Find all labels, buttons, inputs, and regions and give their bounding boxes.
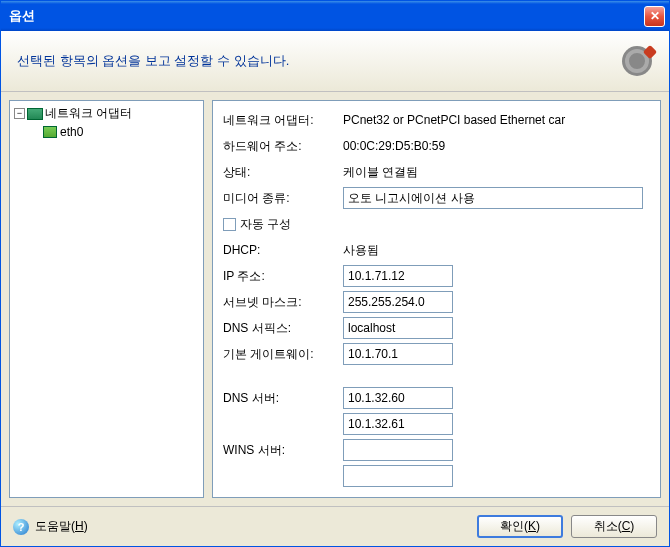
cancel-button[interactable]: 취소(C) [571, 515, 657, 538]
media-select[interactable]: 오토 니고시에이션 사용 [343, 187, 643, 209]
tree-child-item[interactable]: eth0 [42, 124, 199, 140]
autoconf-checkbox[interactable] [223, 218, 236, 231]
dnsserver-row: DNS 서버: [223, 385, 650, 411]
dnssuffix-label: DNS 서픽스: [223, 320, 343, 337]
status-value: 케이블 연결됨 [343, 164, 650, 181]
autoconf-label: 자동 구성 [240, 216, 291, 233]
gear-icon [621, 45, 653, 77]
dhcp-row: DHCP: 사용됨 [223, 237, 650, 263]
dnsserver-label: DNS 서버: [223, 390, 343, 407]
header-description: 선택된 항목의 옵션을 보고 설정할 수 있습니다. [17, 52, 621, 70]
dnsserver-input-2[interactable] [343, 413, 453, 435]
adapter-label: 네트워크 어댑터: [223, 112, 343, 129]
dhcp-value: 사용됨 [343, 242, 650, 259]
footer: ? 도움말(H) 확인(K) 취소(C) [1, 506, 669, 546]
subnet-label: 서브넷 마스크: [223, 294, 343, 311]
status-label: 상태: [223, 164, 343, 181]
gateway-label: 기본 게이트웨이: [223, 346, 343, 363]
subnet-row: 서브넷 마스크: [223, 289, 650, 315]
detail-panel: 네트워크 어댑터: PCnet32 or PCnetPCI based Ethe… [212, 100, 661, 498]
nic-icon [42, 124, 58, 140]
help-label: 도움말 [35, 519, 71, 533]
adapter-value: PCnet32 or PCnetPCI based Ethernet car [343, 113, 650, 127]
content-area: − 네트워크 어댑터 eth0 네트워크 어댑터: PCnet32 or PCn… [1, 92, 669, 506]
options-window: 옵션 ✕ 선택된 항목의 옵션을 보고 설정할 수 있습니다. − 네트워크 어… [0, 0, 670, 547]
adapter-icon [27, 106, 43, 122]
media-row: 미디어 종류: 오토 니고시에이션 사용 [223, 185, 650, 211]
spacer [223, 367, 650, 385]
help-link[interactable]: ? 도움말(H) [13, 518, 88, 535]
tree-root-item[interactable]: − 네트워크 어댑터 [14, 105, 199, 122]
tree-collapse-icon[interactable]: − [14, 108, 25, 119]
ip-input[interactable] [343, 265, 453, 287]
wins-row-2 [223, 463, 650, 489]
hwaddr-value: 00:0C:29:D5:B0:59 [343, 139, 650, 153]
help-key: H [75, 519, 84, 533]
media-select-value: 오토 니고시에이션 사용 [348, 190, 475, 207]
dnsserver-row-2 [223, 411, 650, 437]
wins-input-1[interactable] [343, 439, 453, 461]
dnsserver-input-1[interactable] [343, 387, 453, 409]
dhcp-label: DHCP: [223, 243, 343, 257]
window-title: 옵션 [9, 7, 644, 25]
titlebar: 옵션 ✕ [1, 1, 669, 31]
help-icon: ? [13, 519, 29, 535]
tree-child-label: eth0 [60, 125, 83, 139]
dnssuffix-input[interactable] [343, 317, 453, 339]
dnssuffix-row: DNS 서픽스: [223, 315, 650, 341]
wins-input-2[interactable] [343, 465, 453, 487]
ok-button[interactable]: 확인(K) [477, 515, 563, 538]
subnet-input[interactable] [343, 291, 453, 313]
header: 선택된 항목의 옵션을 보고 설정할 수 있습니다. [1, 31, 669, 92]
hwaddr-label: 하드웨어 주소: [223, 138, 343, 155]
autoconf-row: 자동 구성 [223, 211, 650, 237]
close-button[interactable]: ✕ [644, 6, 665, 27]
tree-panel: − 네트워크 어댑터 eth0 [9, 100, 204, 498]
gateway-row: 기본 게이트웨이: [223, 341, 650, 367]
gateway-input[interactable] [343, 343, 453, 365]
ip-label: IP 주소: [223, 268, 343, 285]
wins-row: WINS 서버: [223, 437, 650, 463]
adapter-row: 네트워크 어댑터: PCnet32 or PCnetPCI based Ethe… [223, 107, 650, 133]
hwaddr-row: 하드웨어 주소: 00:0C:29:D5:B0:59 [223, 133, 650, 159]
tree-root-label: 네트워크 어댑터 [45, 105, 132, 122]
ip-row: IP 주소: [223, 263, 650, 289]
media-label: 미디어 종류: [223, 190, 343, 207]
status-row: 상태: 케이블 연결됨 [223, 159, 650, 185]
wins-label: WINS 서버: [223, 442, 343, 459]
